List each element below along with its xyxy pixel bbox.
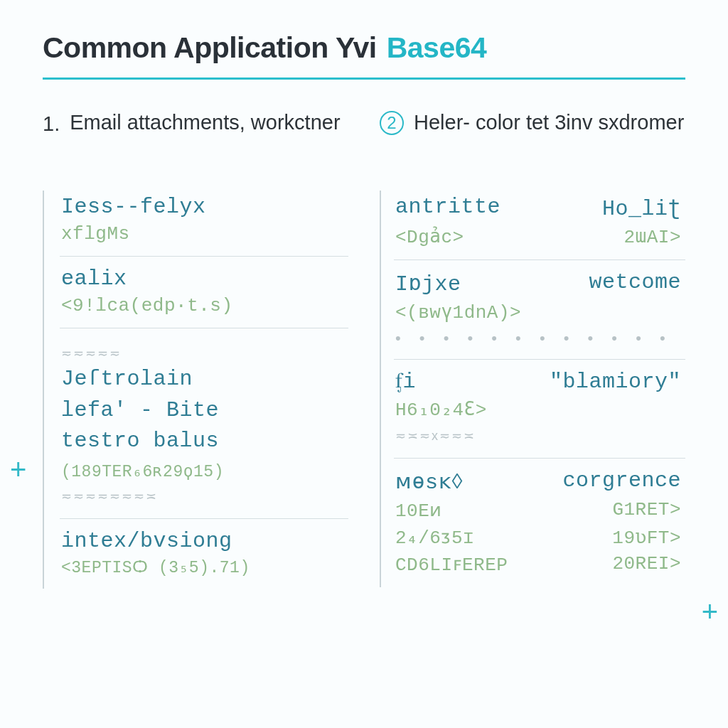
block-ealix: ealix <9!lca(edp·t.s) (60, 256, 348, 328)
dots-decoration: • • • • • • • • • • • • • • • • (395, 329, 681, 348)
block-sub: <9!lca(edp·t.s) (61, 295, 344, 316)
page-title: Common Application Yvi Base64 (43, 31, 685, 65)
block-sub: xflgMs (61, 223, 344, 245)
columns: 1. Email attachments, workctner Iess--fe… (43, 109, 685, 589)
block-title-left: Iɒjxe (395, 270, 461, 296)
block-title-right: Ho_liʈ (602, 195, 681, 221)
kv-right: 19ʋFT> (612, 526, 681, 549)
block-title: Iess--felyx (61, 195, 206, 219)
column-2-header: 2 Heler- color tet 3inv sxdromer (380, 109, 685, 171)
block-intex-bvsiong: intex/bvsiong <3EPTISѺ (3₅5).71) (60, 518, 348, 589)
column-1-header: 1. Email attachments, workctner (43, 109, 348, 171)
block-iess-felyx: Iess--felyx xflgMs (60, 191, 348, 256)
column-1: 1. Email attachments, workctner Iess--fe… (43, 109, 348, 589)
block-title: intex/bvsiong (61, 529, 232, 553)
column-2-heading: Heler- color tet 3inv sxdromer (414, 109, 684, 136)
column-2-marker: 2 (380, 111, 404, 135)
plus-icon: + (10, 455, 26, 483)
column-1-heading: Email attachments, workctner (70, 109, 340, 136)
column-2: 2 Heler- color tet 3inv sxdromer antritt… (380, 109, 685, 589)
block-sub: H6₁0₂4Ɛ> (395, 398, 681, 421)
block-sub: <(вwү1dnA)> (395, 301, 681, 323)
block-sub: (189TER₆6ʀ29ϙ15) (61, 461, 344, 481)
kv-right: G1RET> (612, 499, 681, 522)
block-multiline-title: Jeſtrolain lefa' - Bite testro balus (61, 364, 344, 457)
kv-left: CD6LIꜰEREP (395, 553, 508, 576)
wave-decoration: ≂≂≂≂≂ (61, 346, 344, 361)
title-main: Common Application Yvi (43, 31, 377, 65)
block-jestrolain: ≂≂≂≂≂ Jeſtrolain lefa' - Bite testro bal… (60, 328, 348, 518)
block-title: ealix (61, 267, 127, 291)
block-mosk-corgrence: ᴍөsᴋ◊ corgrence 10Eᴎ G1RET> 2₄/6ᴣ5ɪ 19ʋF… (394, 458, 685, 587)
column-1-marker: 1. (43, 109, 60, 138)
block-sub-right: 2ɯAI> (623, 225, 681, 248)
block-blamiory: ᶂi "blamiory" H6₁0₂4Ɛ> ≂≍≂х≂≂≍ (394, 359, 685, 458)
block-title-right: corgrence (562, 469, 681, 495)
title-underline (43, 77, 685, 80)
title-accent: Base64 (387, 31, 487, 65)
block-title-left: ᶂi (395, 370, 416, 394)
block-sub-left: <Dgảc> (395, 225, 464, 248)
wave-decoration: ≂≂≂≂≂≂≂≍ (61, 488, 344, 504)
block-injxe: Iɒjxe wetcome <(вwү1dnA)> • • • • • • • … (394, 259, 685, 359)
block-title-left: antritte (395, 195, 500, 221)
block-antritte: antritte Ho_liʈ <Dgảc> 2ɯAI> (394, 191, 685, 259)
kv-left: 2₄/6ᴣ5ɪ (395, 526, 474, 549)
wave-decoration: ≂≍≂х≂≂≍ (395, 428, 681, 444)
kv-right: 20REI> (612, 553, 681, 576)
block-sub: <3EPTISѺ (3₅5).71) (61, 557, 344, 577)
block-title-right: "blamiory" (550, 370, 681, 394)
column-1-blocks: Iess--felyx xflgMs ealix <9!lca(edp·t.s)… (43, 191, 348, 589)
plus-icon: + (702, 597, 718, 626)
kv-left: 10Eᴎ (395, 499, 442, 522)
block-title-left: ᴍөsᴋ◊ (395, 469, 464, 495)
block-title-right: wetcome (589, 270, 681, 296)
column-2-blocks: antritte Ho_liʈ <Dgảc> 2ɯAI> Iɒjxe wetco… (380, 191, 685, 587)
